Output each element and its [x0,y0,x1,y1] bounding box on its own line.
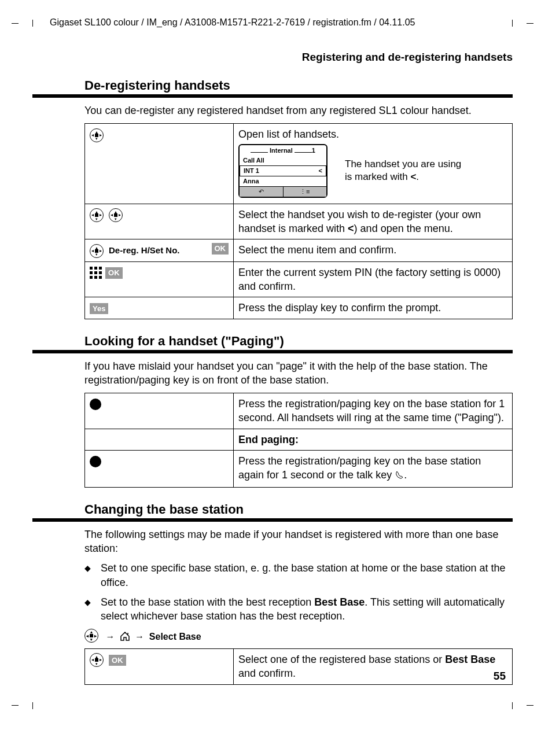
paging-step1: Press the registration/paging key on the… [234,393,513,429]
header-path: Gigaset SL100 colour / IM_eng / A31008-M… [50,17,513,28]
nav-icon: ▲▾◂▸ [90,208,104,222]
page-number: 55 [494,670,506,683]
nav-icon: ▲▾◂▸ [90,244,104,258]
softkey-left: ↶ [240,187,284,197]
intro-paging: If you have mislaid your handset you can… [84,359,513,388]
nav-right-icon: ▲▾◂▸ [109,208,123,222]
ok-badge: OK [105,267,123,279]
step1-text: Open list of handsets. [238,127,507,141]
house-icon [120,631,130,644]
intro-deregister: You can de-register any registered hands… [84,104,513,117]
step5-text: Press the display key to confirm the pro… [234,297,513,319]
paging-step2: Press the registration/paging key on the… [234,451,513,488]
step2-text: Select the handset you wish to de-regist… [234,204,513,239]
display-num: 1 [312,147,315,154]
softkey-right: ⋮≡ [284,187,327,197]
heading-rule [32,94,513,98]
heading-basestation: Changing the base station [84,502,513,517]
ok-badge: OK [109,655,126,666]
steps-table-base: ▲▾◂▸ OK Select one of the registered bas… [84,648,513,685]
step3-text: Select the menu item and confirm. [234,239,513,261]
ok-badge: OK [212,243,229,255]
nav-icon: ▲▾◂▸ [90,653,104,667]
steps-table-paging: Press the registration/paging key on the… [84,393,513,487]
base-step-text: Select one of the registered base statio… [234,649,513,685]
heading-paging: Looking for a handset ("Paging") [84,334,513,349]
display-line1: Call All [240,156,326,165]
display-line2-left: INT 1 [244,167,259,175]
paging-key-icon [90,399,101,410]
display-annotation: The handset you are using is marked with… [345,158,461,183]
yes-badge: Yes [90,303,108,315]
handset-display: Internal 1 Call All INT 1< Anna ↶⋮≡ [238,144,327,198]
display-line3: Anna [240,176,326,186]
keypad-icon [90,267,102,279]
heading-deregister: De-registering handsets [84,78,513,93]
bullet-2: Set to the base station with the best re… [84,595,513,624]
menu-path: ▲▾◂▸ → → Select Base [84,629,513,644]
nav-left-icon: ▲▾◂▸ [90,128,104,142]
talk-key-icon [395,469,404,483]
display-title: Internal [270,147,293,154]
intro-basestation: The following settings may be made if yo… [84,528,513,556]
bullet-list: Set to one specific base station, e. g. … [84,561,513,623]
display-line2-right: < [319,167,322,175]
end-paging-label: End paging: [238,434,299,445]
heading-rule [32,350,513,353]
paging-key-icon [90,456,101,467]
steps-table-deregister: ▲▾◂▸ Open list of handsets. Internal 1 C… [84,123,513,319]
section-title: Registering and de-registering handsets [32,51,513,64]
menu-path-text: Select Base [149,632,201,641]
menu-item-dereg: De-reg. H/Set No. [109,245,180,255]
nav-right-icon: ▲▾◂▸ [84,629,98,643]
step4-text: Enter the current system PIN (the factor… [234,261,513,297]
heading-rule [32,518,513,522]
bullet-1: Set to one specific base station, e. g. … [84,561,513,589]
